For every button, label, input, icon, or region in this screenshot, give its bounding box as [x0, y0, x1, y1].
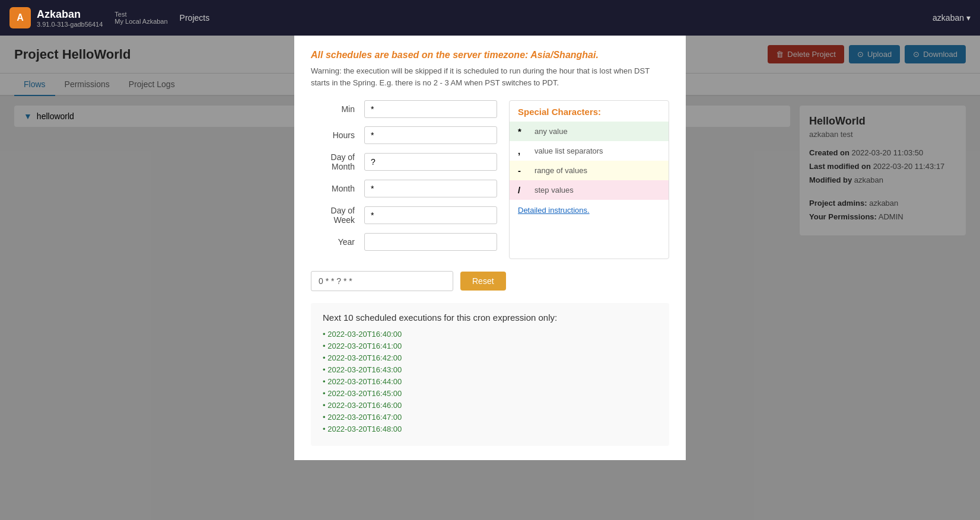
cron-fields: Min Hours Day ofMonth Month Day ofWeek: [311, 100, 497, 259]
nav-projects[interactable]: Projects: [180, 13, 210, 23]
app-logo[interactable]: A Azkaban 3.91.0-313-gadb56414: [9, 7, 103, 28]
nav-env-name: Test: [114, 11, 167, 18]
execution-item: 2022-03-20T16:43:00: [323, 365, 657, 374]
year-label: Year: [311, 237, 364, 247]
logo-icon: A: [9, 7, 31, 28]
next-executions-panel: Next 10 scheduled executions for this cr…: [311, 303, 669, 446]
nav-env[interactable]: Test My Local Azkaban: [114, 11, 167, 25]
field-row-min: Min: [311, 100, 497, 118]
execution-item: 2022-03-20T16:47:00: [323, 413, 657, 422]
cron-expression-row: Reset: [311, 271, 669, 291]
modal-overlay[interactable]: All schedules are based on the server ti…: [0, 36, 980, 520]
execution-item: 2022-03-20T16:41:00: [323, 342, 657, 350]
field-row-day-of-month: Day ofMonth: [311, 152, 497, 171]
hours-input[interactable]: [364, 126, 497, 144]
field-row-year: Year: [311, 233, 497, 251]
execution-list: 2022-03-20T16:40:002022-03-20T16:41:0020…: [323, 330, 657, 433]
reset-button[interactable]: Reset: [460, 272, 506, 291]
day-of-week-input[interactable]: [364, 206, 497, 224]
sc-char-comma: ,: [518, 146, 527, 156]
sc-char-slash: /: [518, 185, 527, 195]
field-row-day-of-week: Day ofWeek: [311, 206, 497, 225]
sc-row-comma: , value list separators: [510, 141, 669, 161]
app-name: Azkaban: [37, 8, 103, 21]
next-executions-title: Next 10 scheduled executions for this cr…: [323, 312, 657, 323]
execution-item: 2022-03-20T16:48:00: [323, 425, 657, 433]
nav-env-sub: My Local Azkaban: [114, 18, 167, 25]
sc-row-slash: / step values: [510, 180, 669, 200]
year-input[interactable]: [364, 233, 497, 251]
app-version: 3.91.0-313-gadb56414: [37, 21, 103, 28]
modal-warning-body: Warning: the execution will be skipped i…: [311, 65, 669, 88]
sc-row-dash: - range of values: [510, 161, 669, 180]
field-row-month: Month: [311, 180, 497, 197]
special-chars-panel: Special Characters: * any value , value …: [509, 100, 669, 259]
cron-expression-input[interactable]: [311, 271, 453, 291]
execution-item: 2022-03-20T16:40:00: [323, 330, 657, 339]
min-input[interactable]: [364, 100, 497, 118]
cron-modal: All schedules are based on the server ti…: [294, 36, 686, 460]
modal-warning-header: All schedules are based on the server ti…: [311, 50, 669, 60]
month-label: Month: [311, 184, 364, 193]
min-label: Min: [311, 104, 364, 114]
month-input[interactable]: [364, 180, 497, 197]
execution-item: 2022-03-20T16:45:00: [323, 389, 657, 398]
execution-item: 2022-03-20T16:44:00: [323, 377, 657, 386]
detailed-instructions-link[interactable]: Detailed instructions.: [510, 200, 669, 221]
cron-form: Min Hours Day ofMonth Month Day ofWeek: [311, 100, 669, 259]
sc-char-dash: -: [518, 165, 527, 176]
nav-user[interactable]: azkaban: [933, 13, 971, 23]
day-of-week-label: Day ofWeek: [311, 206, 364, 225]
field-row-hours: Hours: [311, 126, 497, 144]
execution-item: 2022-03-20T16:42:00: [323, 353, 657, 362]
special-chars-title: Special Characters:: [510, 101, 669, 122]
hours-label: Hours: [311, 130, 364, 140]
day-of-month-input[interactable]: [364, 153, 497, 171]
sc-char-asterisk: *: [518, 126, 527, 136]
execution-item: 2022-03-20T16:46:00: [323, 401, 657, 410]
sc-row-asterisk: * any value: [510, 122, 669, 141]
top-nav: A Azkaban 3.91.0-313-gadb56414 Test My L…: [0, 0, 980, 36]
day-of-month-label: Day ofMonth: [311, 152, 364, 171]
